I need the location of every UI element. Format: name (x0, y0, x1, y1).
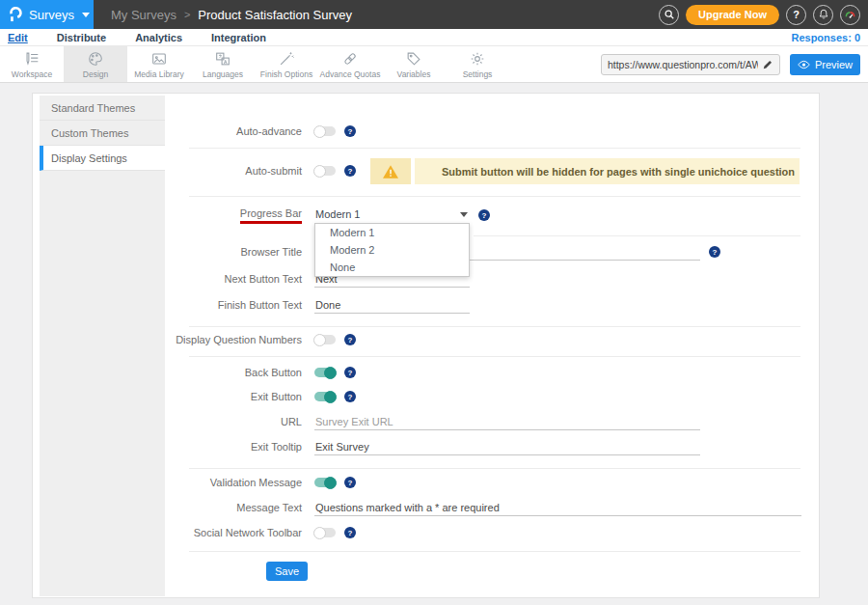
toolbar-item-languages[interactable]: Languages (191, 46, 255, 82)
progress-bar-dropdown: Modern 1 Modern 2 None (314, 223, 470, 277)
languages-icon (214, 50, 231, 68)
search-icon (664, 9, 675, 20)
upgrade-now-button[interactable]: Upgrade Now (686, 5, 779, 25)
browser-title-label: Browser Title (165, 246, 302, 258)
auto-advance-label: Auto-advance (165, 125, 302, 137)
auto-submit-toggle[interactable] (314, 166, 336, 176)
finish-button-text-input[interactable] (314, 297, 470, 314)
social-network-toolbar-help-icon[interactable]: ? (344, 527, 356, 538)
message-text-label: Message Text (165, 502, 302, 513)
divider (189, 326, 800, 327)
display-settings-form: Auto-advance ? Auto-submit ? Submit butt… (165, 94, 820, 597)
design-settings-card: Standard Themes Custom Themes Display Se… (32, 93, 820, 598)
search-button[interactable] (659, 5, 679, 25)
browser-title-row: Browser Title ? (165, 241, 820, 262)
back-button-row: Back Button ? (165, 362, 820, 383)
auto-advance-toggle[interactable] (314, 126, 336, 136)
breadcrumb-my-surveys[interactable]: My Surveys (111, 8, 176, 22)
exit-tooltip-input[interactable] (314, 439, 700, 455)
question-mark-icon: ? (793, 9, 800, 20)
auto-advance-help-icon[interactable]: ? (344, 125, 356, 137)
exit-url-input[interactable] (314, 414, 700, 430)
browser-title-help-icon[interactable]: ? (709, 246, 720, 258)
tab-integration[interactable]: Integration (211, 32, 266, 43)
divider (189, 468, 800, 469)
questionpro-logo-icon (8, 6, 23, 23)
edit-url-icon[interactable] (762, 59, 773, 70)
settings-icon (469, 50, 486, 68)
survey-url-text: https://www.questionpro.com/t/AW22Zh44 (608, 59, 758, 70)
design-toolbar: Workspace Design Media Library Languages… (0, 46, 868, 83)
divider (189, 551, 800, 552)
toolbar-right: https://www.questionpro.com/t/AW22Zh44 P… (601, 46, 868, 82)
toolbar-item-advance-quotas[interactable]: Advance Quotas (318, 46, 382, 82)
dropdown-option-none[interactable]: None (315, 259, 469, 276)
validation-message-help-icon[interactable]: ? (344, 477, 356, 488)
sidebar-item-standard-themes[interactable]: Standard Themes (40, 96, 165, 121)
validation-message-toggle[interactable] (314, 478, 336, 487)
save-button[interactable]: Save (266, 562, 308, 581)
tab-analytics[interactable]: Analytics (135, 32, 182, 43)
toolbar-item-workspace[interactable]: Workspace (0, 46, 64, 82)
warning-text: Submit button will be hidden for pages w… (415, 158, 800, 184)
surveys-product-menu[interactable]: Surveys (0, 0, 94, 29)
dropdown-option-modern-2[interactable]: Modern 2 (315, 241, 469, 259)
auto-submit-help-icon[interactable]: ? (344, 165, 356, 177)
responses-count[interactable]: Responses: 0 (791, 32, 860, 43)
finish-button-text-row: Finish Button Text (165, 294, 820, 316)
back-button-toggle[interactable] (314, 368, 336, 377)
back-button-label: Back Button (165, 367, 302, 378)
validation-message-row: Validation Message ? (165, 472, 820, 493)
variables-icon (405, 50, 422, 68)
progress-bar-value: Modern 1 (315, 208, 360, 220)
auto-advance-row: Auto-advance ? (165, 121, 820, 142)
gauge-icon (844, 9, 856, 21)
eye-icon (798, 60, 810, 69)
toolbar-item-media-library[interactable]: Media Library (127, 46, 191, 82)
help-button[interactable]: ? (786, 5, 806, 25)
toolbar-item-settings[interactable]: Settings (446, 46, 509, 82)
dropdown-option-modern-1[interactable]: Modern 1 (315, 224, 469, 241)
toolbar-item-variables[interactable]: Variables (382, 46, 446, 82)
validation-message-label: Validation Message (165, 477, 302, 488)
advance-quotas-icon (341, 50, 359, 68)
divider (189, 356, 800, 357)
tab-distribute[interactable]: Distribute (57, 32, 106, 43)
toolbar-item-design[interactable]: Design (64, 46, 127, 82)
back-button-help-icon[interactable]: ? (344, 367, 356, 378)
next-button-text-row: Next Button Text (165, 268, 820, 289)
message-text-input[interactable] (314, 500, 801, 516)
media-library-icon (150, 50, 168, 68)
toolbar-item-finish-options[interactable]: Finish Options (255, 46, 318, 82)
exit-url-label: URL (165, 416, 302, 427)
workspace-icon (23, 50, 41, 68)
finish-button-text-label: Finish Button Text (165, 299, 302, 311)
warning-icon-cell (370, 158, 411, 184)
exit-button-help-icon[interactable]: ? (344, 391, 356, 402)
progress-bar-select[interactable]: Modern 1 (314, 206, 470, 224)
auto-submit-label: Auto-submit (165, 165, 302, 177)
sidebar-item-display-settings[interactable]: Display Settings (40, 146, 165, 171)
display-question-numbers-row: Display Question Numbers ? (165, 329, 820, 350)
display-question-numbers-help-icon[interactable]: ? (344, 334, 356, 345)
exit-button-row: Exit Button ? (165, 386, 820, 407)
chevron-down-icon (460, 212, 468, 217)
bell-icon (818, 9, 829, 20)
tab-edit[interactable]: Edit (8, 32, 28, 43)
notifications-button[interactable] (813, 5, 833, 25)
auto-submit-warning: Submit button will be hidden for pages w… (370, 158, 800, 184)
progress-bar-help-icon[interactable]: ? (478, 209, 490, 221)
social-network-toolbar-toggle[interactable] (314, 528, 336, 537)
display-question-numbers-label: Display Question Numbers (165, 334, 302, 345)
display-question-numbers-toggle[interactable] (314, 335, 336, 344)
sidebar-item-custom-themes[interactable]: Custom Themes (40, 121, 165, 146)
exit-url-row: URL (165, 411, 820, 432)
progress-bar-row: Progress Bar Modern 1 ? (165, 205, 820, 226)
divider (189, 148, 800, 149)
chevron-down-icon (82, 13, 90, 17)
preview-button[interactable]: Preview (790, 54, 860, 75)
exit-button-toggle[interactable] (314, 392, 336, 401)
survey-url-box[interactable]: https://www.questionpro.com/t/AW22Zh44 (601, 54, 780, 75)
social-network-toolbar-label: Social Network Toolbar (165, 527, 302, 538)
usage-meter-button[interactable] (840, 5, 860, 25)
